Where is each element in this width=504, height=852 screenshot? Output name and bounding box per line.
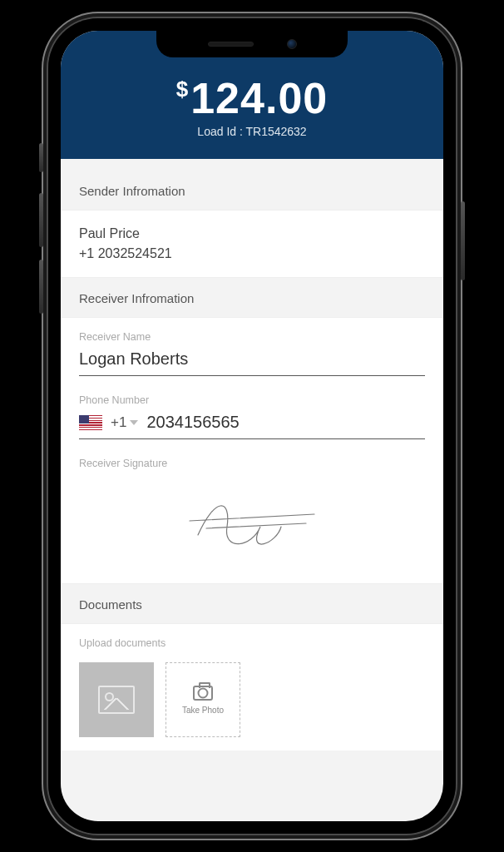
side-button-vol-down bbox=[39, 260, 43, 314]
document-thumbnail[interactable] bbox=[79, 662, 154, 737]
take-photo-label: Take Photo bbox=[182, 706, 224, 715]
load-id: Load Id : TR1542632 bbox=[61, 125, 443, 138]
sender-section-title: Sender Infromation bbox=[61, 171, 443, 210]
chevron-down-icon bbox=[130, 420, 138, 425]
us-flag-icon[interactable] bbox=[79, 415, 102, 430]
signature-icon bbox=[181, 489, 323, 556]
receiver-name-field: Receiver Name bbox=[79, 331, 425, 376]
side-button-power bbox=[461, 201, 465, 280]
country-code-selector[interactable]: +1 bbox=[111, 414, 138, 431]
receiver-card: Receiver Name Phone Number +1 bbox=[61, 317, 443, 584]
documents-card: Upload documents Take Photo bbox=[61, 623, 443, 750]
load-id-label: Load Id : bbox=[197, 125, 245, 138]
receiver-phone-field: Phone Number +1 bbox=[79, 394, 425, 439]
receiver-signature-field: Receiver Signature bbox=[79, 458, 425, 570]
amount-value: 124.00 bbox=[190, 74, 328, 122]
screen: $124.00 Load Id : TR1542632 Sender Infro… bbox=[61, 31, 443, 821]
receiver-phone-input-row[interactable]: +1 bbox=[79, 411, 425, 439]
signature-pad[interactable] bbox=[79, 474, 425, 570]
side-button-mute bbox=[39, 143, 43, 172]
app-root: $124.00 Load Id : TR1542632 Sender Infro… bbox=[61, 31, 443, 821]
receiver-signature-label: Receiver Signature bbox=[79, 458, 425, 469]
take-photo-button[interactable]: Take Photo bbox=[166, 662, 240, 737]
notch bbox=[156, 31, 348, 57]
sender-name: Paul Price bbox=[79, 224, 425, 244]
speaker-grille bbox=[208, 42, 254, 47]
sender-phone: +1 2032524521 bbox=[79, 244, 425, 264]
front-camera bbox=[287, 39, 297, 49]
documents-section-title: Documents bbox=[61, 584, 443, 623]
documents-row: Take Photo bbox=[79, 657, 425, 737]
picture-icon bbox=[98, 686, 135, 714]
form-body[interactable]: Sender Infromation Paul Price +1 2032524… bbox=[61, 159, 443, 821]
side-button-vol-up bbox=[39, 193, 43, 247]
receiver-section-title: Receiver Infromation bbox=[61, 278, 443, 317]
receipt-edge-decoration bbox=[61, 157, 443, 169]
sender-card: Paul Price +1 2032524521 bbox=[61, 210, 443, 278]
currency-symbol: $ bbox=[176, 77, 189, 102]
receiver-name-label: Receiver Name bbox=[79, 331, 425, 343]
receiver-phone-label: Phone Number bbox=[79, 394, 425, 406]
load-id-value: TR1542632 bbox=[245, 125, 306, 138]
receiver-phone-input[interactable] bbox=[146, 413, 425, 432]
receiver-name-input-row[interactable] bbox=[79, 348, 425, 376]
phone-frame: $124.00 Load Id : TR1542632 Sender Infro… bbox=[48, 18, 456, 834]
receiver-name-input[interactable] bbox=[79, 349, 425, 369]
camera-icon bbox=[193, 686, 213, 701]
upload-documents-label: Upload documents bbox=[79, 637, 425, 649]
amount-display: $124.00 bbox=[61, 77, 443, 120]
country-code-value: +1 bbox=[111, 414, 126, 431]
